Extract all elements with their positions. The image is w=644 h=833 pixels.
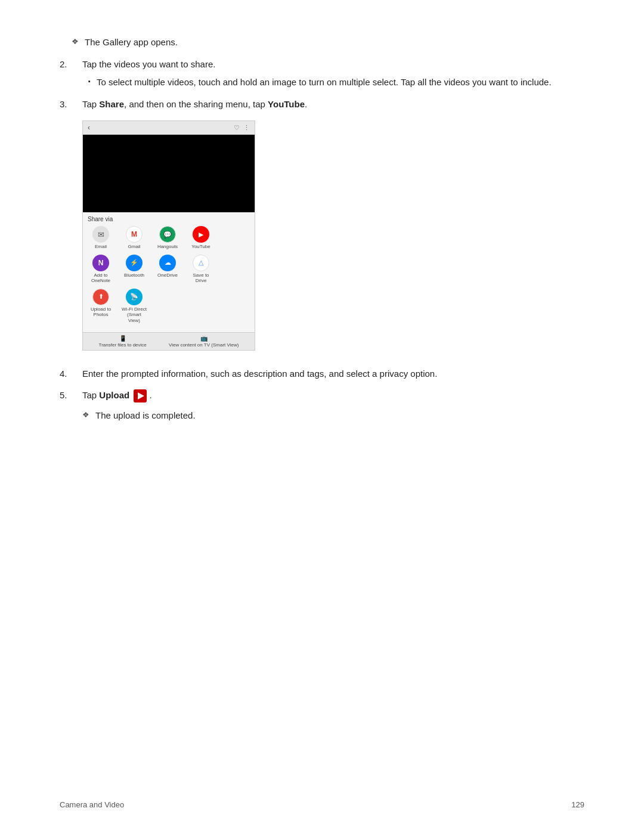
step-3-text: Tap Share, and then on the sharing menu,… — [82, 99, 307, 109]
upload-bold-text: Upload — [99, 390, 129, 400]
step-2-sub-text: To select multiple videos, touch and hol… — [97, 76, 552, 89]
page-footer: Camera and Video 129 — [60, 800, 584, 809]
share-photos: ⬆ Upload to Photos — [88, 289, 114, 318]
view-content-item: 📺 View content on TV (Smart View) — [169, 335, 239, 348]
bullet-diamond-1: ❖ — [72, 37, 79, 46]
share-youtube: ▶ YouTube — [188, 226, 214, 250]
footer-right-text: 129 — [571, 800, 584, 809]
transfer-files-item: 📱 Transfer files to device — [99, 335, 147, 348]
step-4-number: 4. — [60, 367, 82, 381]
step-5-text: Tap Upload . — [82, 390, 152, 400]
step-3-number: 3. — [60, 98, 82, 112]
screenshot-image: ‹ ♡ ⋮ Share via — [82, 120, 255, 351]
share-wifi-direct: 📡 Wi-Fi Direct (Smart View) — [121, 289, 147, 324]
footer-left-text: Camera and Video — [60, 800, 124, 809]
upload-icon — [134, 389, 147, 402]
back-arrow-icon: ‹ — [88, 123, 90, 132]
share-gmail: M Gmail — [121, 226, 147, 250]
share-icons-row-2: N Add to OneNote ⚡ Bluetooth — [88, 255, 250, 284]
share-icons-row-3: ⬆ Upload to Photos 📡 Wi-Fi Direct (Smart… — [88, 289, 250, 324]
more-icon: ⋮ — [243, 124, 250, 132]
video-preview — [83, 135, 255, 212]
screenshot-bottom-bar: 📱 Transfer files to device 📺 View conten… — [83, 332, 255, 350]
upload-complete-text: The upload is completed. — [95, 409, 196, 423]
share-drive: △ Save to Drive — [188, 255, 214, 284]
heart-icon: ♡ — [234, 124, 240, 132]
share-icons-row-1: ✉ Email M Gmail 💬 — [88, 226, 250, 250]
share-bluetooth: ⚡ Bluetooth — [121, 255, 147, 278]
step-4-text: Enter the prompted information, such as … — [82, 368, 437, 379]
step-2-text: Tap the videos you want to share. — [82, 59, 215, 69]
share-hangouts: 💬 Hangouts — [154, 226, 181, 250]
sub-bullet-square: ▪ — [88, 78, 91, 85]
share-onenote: N Add to OneNote — [88, 255, 114, 284]
bullet-diamond-2: ❖ — [82, 410, 89, 419]
step-5-number: 5. — [60, 389, 82, 402]
step-2-number: 2. — [60, 58, 82, 72]
share-via-section: Share via ✉ Email M — [83, 212, 255, 332]
share-onedrive: ☁ OneDrive — [154, 255, 181, 278]
share-email: ✉ Email — [88, 226, 114, 250]
share-via-label: Share via — [88, 216, 250, 222]
gallery-opens-text: The Gallery app opens. — [85, 36, 178, 49]
